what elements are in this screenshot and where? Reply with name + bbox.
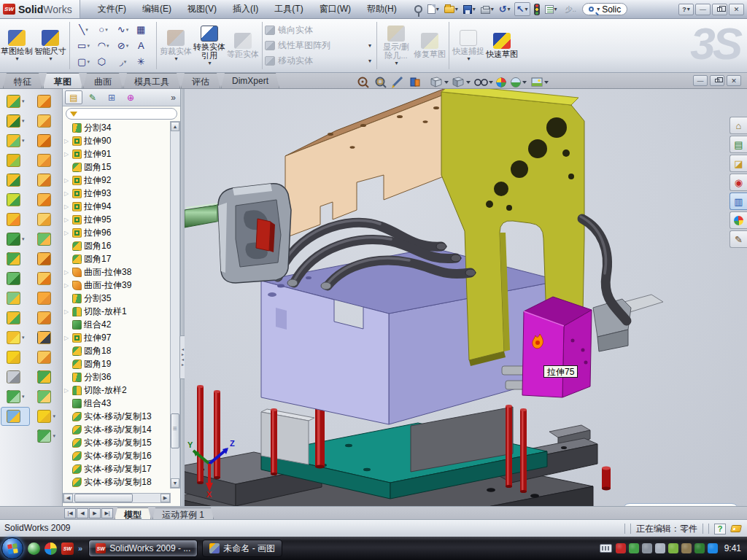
menu-item[interactable]: 工具(T) [267,1,310,18]
menu-item[interactable]: 文件(F) [90,1,133,18]
ribbon-tab[interactable]: 评估 [181,73,220,88]
revolved-surface-icon[interactable]: ▾ [32,112,61,131]
input-indicator-icon[interactable] [600,544,612,553]
sketch-draw-button[interactable]: 草图绘制 ▾ [0,20,34,71]
menu-item[interactable]: 编辑(E) [135,1,179,18]
tree-item[interactable]: ▷ 圆角15 [63,160,171,174]
expand-arrow-icon[interactable]: ▷ [64,138,70,144]
menu-item[interactable]: 视图(V) [180,1,224,18]
tree-item[interactable]: ▷ 实体-移动/复制13 [63,410,171,423]
replace-face-icon[interactable]: ▾ [32,348,61,367]
expand-arrow-icon[interactable]: ▷ [64,308,70,315]
offset-entities-button[interactable]: 等距实体 [226,20,260,71]
menu-item[interactable]: 窗口(W) [312,1,358,18]
swept-boss-icon[interactable]: ▾ [1,151,30,170]
view-orientation-icon[interactable] [431,77,441,87]
scroll-left-arrow[interactable]: ◀ [63,494,73,502]
tree-filter-input[interactable] [66,108,177,120]
tags-icon[interactable] [730,525,742,532]
antivirus-shield-icon[interactable] [616,543,626,553]
tree-item[interactable]: ▷ 分割36 [63,370,171,384]
scroll-right-arrow[interactable]: ▶ [160,494,170,502]
ribbon-tab[interactable]: 模具工具 [123,73,180,88]
lofted-surface-icon[interactable]: ▾ [32,151,61,170]
linear-pattern-icon[interactable]: ▾ [1,230,30,249]
tree-item[interactable]: ▷ 圆角16 [63,239,171,252]
tab-nav-button[interactable]: ▶| [101,508,113,518]
combine-bodies-icon[interactable]: ▾ [1,289,30,308]
system-update-icon[interactable] [642,543,652,553]
graphics-viewport[interactable]: Y Z X 拉伸75 ↓ 0KB/S ↑ 0KB/S ⌂ [185,89,747,506]
view-settings-caret[interactable] [544,81,549,84]
point-icon[interactable]: ✳▾ [133,54,152,70]
doc-restore-button[interactable] [710,75,724,86]
display-style-icon[interactable] [453,77,463,87]
home-icon[interactable]: ⌂ [729,117,747,134]
dome-icon[interactable]: ▾ [32,387,61,406]
selection-box-icon[interactable]: ▦▾ [133,22,152,38]
new-document-button[interactable]: ▾ [426,4,441,15]
tree-item[interactable]: ▷ 实体-移动/复制14 [63,423,171,436]
offset-surface-icon[interactable]: ▾ [32,230,61,249]
doc-close-button[interactable]: ✕ [727,75,741,86]
tree-item[interactable]: ▷ 圆角19 [63,357,171,370]
fillet-surface-icon[interactable]: ▾ [32,368,61,386]
view-palette-icon[interactable]: ▥ [729,192,747,210]
defender-shield-icon[interactable] [694,543,705,553]
insert-block-part[interactable] [522,297,592,397]
spline-icon[interactable]: ∿▾ [113,22,133,38]
rotate-view-icon[interactable] [392,77,402,88]
tree-item[interactable]: ▷ 实体-移动/复制15 [63,436,171,449]
save-button[interactable]: ▾ [462,4,477,15]
solidworks-quicklaunch-icon[interactable]: SW [61,542,74,555]
expand-arrow-icon[interactable]: ▷ [64,282,70,289]
clamp-block-part[interactable] [218,184,291,283]
helix-curve-icon[interactable]: ▾ [1,387,30,406]
view-settings-icon[interactable] [532,78,542,86]
ruled-surface2-icon[interactable]: ▾ [32,308,61,327]
tree-item[interactable]: ▷ 曲面-拉伸38 [63,265,171,279]
tree-item[interactable]: ▷ 分割34 [63,121,171,134]
custom-properties-icon[interactable]: ✎ [729,230,747,248]
select-button[interactable]: ↖▾ [514,2,530,16]
property-manager-tab[interactable]: ✎ [84,90,101,104]
ribbon-tab[interactable]: 特征 [3,73,42,88]
rapid-sketch-button[interactable]: 快速草图 [485,20,519,71]
ribbon-tab[interactable]: 曲面 [83,73,123,88]
expand-arrow-icon[interactable]: ▷ [64,190,70,197]
security-center-icon[interactable] [44,542,57,555]
trim-entities-button[interactable]: 剪裁实体 ▾ [159,20,193,71]
deform-icon[interactable]: ▾ [1,348,30,367]
quick-launch-chevron[interactable]: » [78,544,82,553]
scroll-down-arrow[interactable]: ▼ [171,478,179,488]
polygon-icon[interactable]: ⬡▾ [93,54,113,70]
tree-horizontal-scrollbar[interactable]: ◀ ▶ [63,493,171,503]
document-tab[interactable]: 运动算例 1 [152,508,214,519]
knit-surface-icon[interactable]: ▾ [32,269,61,288]
move-entities-button[interactable]: 移动实体 ▾ [265,54,374,69]
heads-up-view-toolbar[interactable] [355,75,567,90]
expand-arrow-icon[interactable]: ▷ [64,151,70,158]
expand-arrow-icon[interactable]: ▷ [64,217,70,223]
tree-item[interactable]: ▷ 拉伸92 [63,174,171,187]
spiral-curve-icon[interactable]: ▾ [32,427,61,446]
design-library-icon[interactable]: ▤ [729,136,747,153]
lofted-boss-icon[interactable]: ▾ [1,171,30,190]
security-shield-icon[interactable] [629,543,639,553]
fillet-icon[interactable]: ▾ [1,131,30,150]
close-button[interactable]: ✕ [729,4,744,15]
tree-item[interactable]: ▷ 实体-移动/复制17 [63,462,171,475]
apply-scene-icon[interactable] [511,78,521,88]
smart-dimension-button[interactable]: 智能尺寸 ▾ [34,20,67,71]
rectangle-icon[interactable]: ▭▾ [74,38,93,54]
feature-manager-tab[interactable]: ▤ [65,90,82,104]
solidworks-resources-icon[interactable]: ◉ [729,174,747,191]
tree-item[interactable]: ▷ 拉伸94 [63,200,171,213]
wireless-warning-icon[interactable] [681,543,692,553]
display-delete-relations-button[interactable]: 显示/删除几... ▾ [379,20,413,71]
panel-more-button[interactable]: » [171,93,177,103]
start-button[interactable] [1,537,23,559]
taskbar-window-button[interactable]: SW SolidWorks 2009 - ... [88,540,198,557]
hide-show-items-icon[interactable] [475,79,487,85]
expand-arrow-icon[interactable]: ▷ [64,269,70,276]
